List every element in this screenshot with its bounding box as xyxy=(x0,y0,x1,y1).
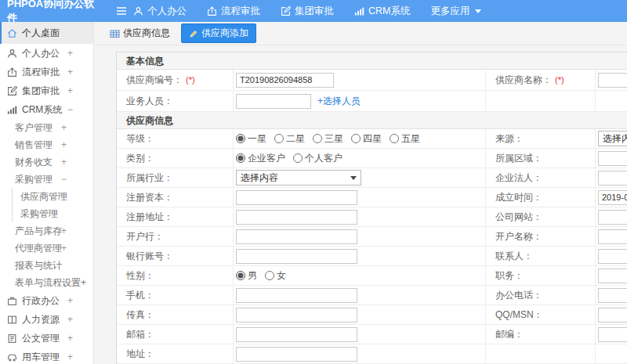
select-caret-icon xyxy=(350,176,357,180)
radio-gender-male[interactable] xyxy=(236,271,245,280)
sidebar-item-vehicle-mgmt[interactable]: 用车管理 + xyxy=(0,348,93,364)
sidebar-item-hr[interactable]: 人力资源 + xyxy=(0,310,93,329)
sidebar-item-admin-office[interactable]: 行政办公 + xyxy=(0,291,93,310)
contact-input[interactable] xyxy=(598,249,627,264)
registered-capital-input[interactable] xyxy=(236,190,357,205)
expand-icon[interactable]: + xyxy=(67,295,73,306)
field-label-legal-person: 企业法人： xyxy=(486,168,596,188)
radio-gender-female[interactable] xyxy=(265,271,274,280)
sidebar-item-purchase-mgmt-sub[interactable]: 采购管理 xyxy=(12,205,93,222)
form-row: 性别： 男 女 职务： xyxy=(117,266,627,286)
form-row: 地址： xyxy=(117,344,627,364)
established-date-input[interactable] xyxy=(598,190,627,205)
topbar: PHPOA协同办公软件 个人办公 流程审批 集团审批 CRM系统 更多应用 xyxy=(0,0,627,22)
radio-personal-customer[interactable] xyxy=(293,153,303,163)
sidebar-item-personal-office[interactable]: 个人办公 + xyxy=(0,44,93,63)
book-icon xyxy=(6,314,17,325)
collapse-icon[interactable]: − xyxy=(61,174,67,185)
bank-branch-input[interactable] xyxy=(236,229,357,244)
tab-supplier-info[interactable]: 供应商信息 xyxy=(105,24,175,42)
user-icon xyxy=(133,6,143,16)
radio-level-5[interactable] xyxy=(390,134,399,143)
hamburger-icon[interactable] xyxy=(110,6,133,16)
bank-account-input[interactable] xyxy=(236,249,357,264)
home-icon xyxy=(6,27,17,38)
supplier-code-input[interactable] xyxy=(236,73,334,88)
sidebar-item-agent-mgmt[interactable]: 代理商管理 + xyxy=(0,240,93,257)
business-person-input[interactable] xyxy=(236,94,311,109)
expand-icon[interactable]: + xyxy=(67,48,73,59)
expand-icon[interactable]: + xyxy=(61,225,67,236)
nav-crm[interactable]: CRM系统 xyxy=(354,5,410,18)
sidebar-item-product-inventory[interactable]: 产品与库存 + xyxy=(0,222,93,240)
address-input[interactable] xyxy=(236,347,357,362)
car-icon xyxy=(6,351,17,362)
form-row: 供应商编号：(*) 供应商名称：(*) xyxy=(117,70,627,91)
supplier-name-input[interactable] xyxy=(598,73,627,88)
registered-address-input[interactable] xyxy=(236,210,357,225)
expand-icon[interactable]: + xyxy=(61,243,67,254)
form-row: 银行账号： 联系人： xyxy=(117,247,627,266)
document-icon xyxy=(6,333,17,344)
source-select[interactable]: 选择内容 xyxy=(598,131,627,146)
field-label-supplier-name: 供应商名称：(*) xyxy=(486,70,596,91)
radio-level-1[interactable] xyxy=(236,134,245,143)
website-input[interactable] xyxy=(598,210,627,225)
expand-icon[interactable]: + xyxy=(61,139,67,150)
expand-icon[interactable]: + xyxy=(67,314,73,325)
sidebar-item-purchase-mgmt[interactable]: 采购管理 − xyxy=(0,171,93,188)
sidebar-item-finance[interactable]: 财务收支 + xyxy=(0,153,93,171)
expand-icon[interactable]: + xyxy=(67,333,73,344)
qq-msn-input[interactable] xyxy=(598,308,627,323)
radio-level-2[interactable] xyxy=(274,134,284,143)
form-row: 开户行： 开户名称： xyxy=(117,227,627,247)
tab-supplier-add[interactable]: 供应商添加 xyxy=(181,23,256,43)
field-label-industry: 所属行业： xyxy=(117,168,234,188)
region-input[interactable] xyxy=(598,151,627,166)
sidebar-item-form-workflow-settings[interactable]: 表单与流程设置+ xyxy=(0,274,93,291)
sidebar-item-workflow-approval[interactable]: 流程审批 + xyxy=(0,63,93,81)
export-icon xyxy=(6,67,17,77)
mobile-input[interactable] xyxy=(236,288,357,303)
expand-icon[interactable]: + xyxy=(61,157,67,168)
radio-enterprise-customer[interactable] xyxy=(236,153,245,163)
radio-level-4[interactable] xyxy=(351,134,361,143)
radio-level-3[interactable] xyxy=(313,134,322,143)
email-input[interactable] xyxy=(236,327,357,342)
chevron-down-icon xyxy=(475,9,481,13)
expand-icon[interactable]: + xyxy=(61,122,67,133)
sidebar-item-crm[interactable]: CRM系统 − xyxy=(0,100,93,119)
form-row: 业务人员： +选择人员 xyxy=(117,91,627,112)
sidebar-item-customer-mgmt[interactable]: 客户管理 + xyxy=(0,119,93,136)
field-label-gender: 性别： xyxy=(117,266,234,286)
nav-workflow-approval[interactable]: 流程审批 xyxy=(207,5,260,18)
fax-input[interactable] xyxy=(236,308,357,323)
export-icon xyxy=(207,6,217,16)
nav-more-apps[interactable]: 更多应用 xyxy=(430,5,481,18)
choose-person-link[interactable]: +选择人员 xyxy=(317,95,361,108)
sidebar-item-reports[interactable]: 报表与统计 xyxy=(0,257,93,274)
industry-select[interactable]: 选择内容 xyxy=(236,170,361,186)
legal-person-input[interactable] xyxy=(598,171,627,186)
sidebar-item-supplier-mgmt[interactable]: 供应商管理 xyxy=(12,188,93,205)
sidebar-item-personal-desktop[interactable]: 个人桌面 xyxy=(0,22,93,44)
account-name-input[interactable] xyxy=(598,229,627,244)
position-input[interactable] xyxy=(598,268,627,283)
expand-icon[interactable]: + xyxy=(67,85,73,96)
top-navigation: 个人办公 流程审批 集团审批 CRM系统 更多应用 xyxy=(133,5,502,18)
postcode-input[interactable] xyxy=(598,327,627,342)
section-title-basic-info: 基本信息 xyxy=(117,52,627,70)
collapse-icon[interactable]: − xyxy=(67,104,73,115)
nav-personal-office[interactable]: 个人办公 xyxy=(133,5,187,18)
expand-icon[interactable]: + xyxy=(67,67,73,77)
office-phone-input[interactable] xyxy=(598,288,627,303)
nav-group-approval[interactable]: 集团审批 xyxy=(281,5,334,18)
expand-icon[interactable]: + xyxy=(67,351,73,362)
sidebar-item-group-approval[interactable]: 集团审批 + xyxy=(0,81,93,100)
sidebar-item-sales-mgmt[interactable]: 销售管理 + xyxy=(0,136,93,153)
field-label-category: 类别： xyxy=(117,149,234,168)
sidebar-item-document-mgmt[interactable]: 公文管理 + xyxy=(0,329,93,348)
tab-bar: 供应商信息 供应商添加 xyxy=(95,22,627,45)
field-label-mobile: 手机： xyxy=(117,286,234,305)
table-icon xyxy=(110,29,120,38)
